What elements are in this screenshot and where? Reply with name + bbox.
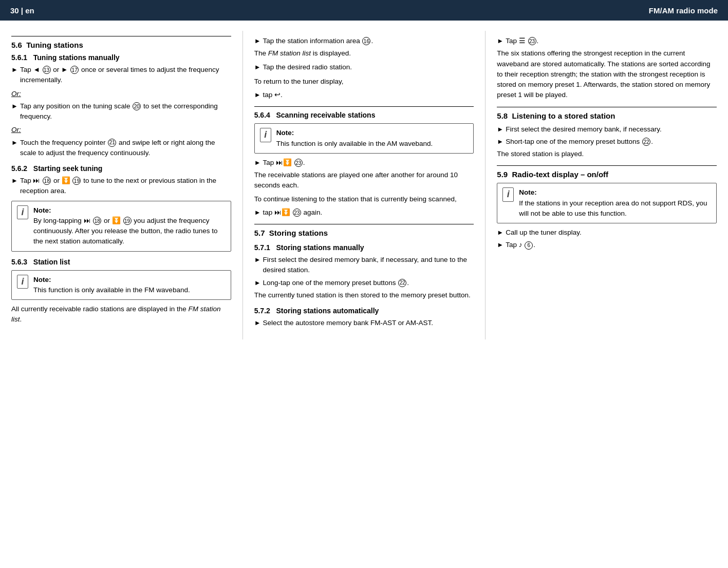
section-5-6-3: 5.6.3 Station list i Note: This function… — [11, 258, 231, 325]
bullet-text: Short-tap one of the memory preset butto… — [506, 137, 717, 147]
circle-17: 17 — [70, 66, 79, 74]
section-5-7-2-cont: ► Tap ☰ 23. The six stations offering th… — [497, 36, 717, 101]
list-item: ► Tap ⏭ 18 or ⏬ 19 to tune to the next o… — [11, 176, 231, 197]
bullet-text: Tap ⏭ 18 or ⏬ 19 to tune to the next or … — [20, 176, 231, 197]
bullet-arrow: ► — [254, 207, 261, 218]
bullet-text: Tap the desired radio station. — [263, 62, 474, 72]
bullet-text: Call up the tuner display. — [506, 228, 717, 238]
circle-23c: 23 — [528, 37, 536, 45]
header-page-number: 30 | en — [10, 6, 34, 15]
circle-19b: 19 — [123, 217, 132, 225]
stored-text: The currently tuned station is then stor… — [254, 290, 474, 300]
divider-5-6 — [11, 36, 231, 36]
list-item: ► Short-tap one of the memory preset but… — [497, 137, 717, 147]
note-icon: i — [17, 205, 28, 220]
note-label: Note: — [276, 128, 433, 138]
bullet-text: Tap ☰ 23. — [506, 36, 717, 46]
bullet-text: Touch the frequency pointer 21 and swipe… — [20, 138, 231, 159]
note-content: Note: By long-tapping ⏭ 18 or ⏬ 19 you a… — [33, 205, 226, 247]
note-icon: i — [502, 187, 514, 202]
column-3: ► Tap ☰ 23. The six stations offering th… — [486, 31, 728, 339]
bullet-arrow: ► — [11, 101, 18, 111]
list-item: ► First select the desired memory bank, … — [497, 124, 717, 135]
circle-18: 18 — [43, 177, 51, 185]
circle-18b: 18 — [93, 217, 101, 225]
bullet-text: Tap ◄ 13 or ► 17 once or several times t… — [20, 65, 231, 86]
bullet-arrow: ► — [254, 278, 261, 288]
list-item: ► First select the desired memory bank, … — [254, 255, 474, 276]
page-header: 30 | en FM/AM radio mode — [0, 0, 728, 21]
receivable-stations-text: The receivable stations are played one a… — [254, 170, 474, 191]
circle-19: 19 — [72, 177, 81, 185]
list-item: ► Select the autostore memory bank FM-AS… — [254, 318, 474, 328]
list-item: ► tap ↩. — [254, 90, 474, 100]
or-label-2: Or: — [11, 125, 231, 135]
continue-listening-text: To continue listening to the station tha… — [254, 194, 474, 204]
section-5-6-2: 5.6.2 Starting seek tuning ► Tap ⏭ 18 or… — [11, 164, 231, 252]
bullet-text: tap ⏭⏬ 23 again. — [263, 207, 474, 218]
bullet-arrow: ► — [254, 255, 261, 265]
bullet-arrow: ► — [11, 65, 18, 75]
bullet-arrow: ► — [497, 240, 503, 250]
list-item: ► Call up the tuner display. — [497, 228, 717, 238]
heading-5-7-2: 5.7.2 Storing stations automatically — [254, 307, 474, 315]
note-box-5-6-2: i Note: By long-tapping ⏭ 18 or ⏬ 19 you… — [11, 201, 231, 252]
heading-5-6-2: 5.6.2 Starting seek tuning — [11, 164, 231, 173]
divider-5-8 — [497, 107, 717, 107]
bullet-text: Tap ⏭⏬ 23. — [263, 158, 474, 168]
bullet-text: tap ↩. — [263, 90, 474, 100]
heading-5-6-3: 5.6.3 Station list — [11, 258, 231, 266]
note-icon: i — [17, 275, 28, 289]
bullet-text: Tap any position on the tuning scale 20 … — [20, 101, 231, 122]
section-5-7: 5.7 Storing stations — [254, 224, 474, 237]
heading-5-7: 5.7 Storing stations — [254, 229, 474, 237]
circle-23b: 23 — [293, 209, 301, 217]
section-5-9: 5.9 Radio-text display – on/off i Note: … — [497, 165, 717, 250]
list-item: ► Tap the desired radio station. — [254, 62, 474, 72]
note-label: Note: — [33, 275, 190, 285]
header-section-title: FM/AM radio mode — [649, 6, 718, 15]
bullet-arrow: ► — [497, 36, 503, 46]
circle-16: 16 — [362, 37, 370, 45]
bullet-arrow: ► — [497, 137, 503, 147]
heading-5-9: 5.9 Radio-text display – on/off — [497, 170, 717, 179]
bullet-text: Tap ♪ 6. — [506, 240, 717, 250]
heading-5-8: 5.8 Listening to a stored station — [497, 111, 717, 120]
divider-5-7 — [254, 224, 474, 224]
heading-5-7-1: 5.7.1 Storing stations manually — [254, 243, 474, 252]
circle-21: 21 — [108, 139, 116, 147]
bullet-arrow: ► — [497, 228, 503, 238]
stored-station-played-text: The stored station is played. — [497, 149, 717, 159]
bullet-text: First select the desired memory bank, if… — [263, 255, 474, 276]
bullet-arrow: ► — [254, 36, 261, 46]
or-label-1: Or: — [11, 89, 231, 99]
column-2: ► Tap the station information area 16. T… — [243, 31, 486, 339]
section-5-7-2: 5.7.2 Storing stations automatically ► S… — [254, 307, 474, 328]
page-container: 30 | en FM/AM radio mode 5.6 Tuning stat… — [0, 0, 728, 350]
note-box-5-9: i Note: If the stations in your receptio… — [497, 183, 717, 223]
six-stations-text: The six stations offering the strongest … — [497, 48, 717, 100]
bullet-text: Long-tap one of the memory preset button… — [263, 278, 474, 288]
section-5-6-3-cont: ► Tap the station information area 16. T… — [254, 36, 474, 100]
section-5-6-4: 5.6.4 Scanning receivable stations i Not… — [254, 106, 474, 218]
bullet-arrow: ► — [11, 138, 18, 148]
list-item: ► Touch the frequency pointer 21 and swi… — [11, 138, 231, 159]
heading-5-6-1: 5.6.1 Tuning stations manually — [11, 53, 231, 62]
heading-5-6-4: 5.6.4 Scanning receivable stations — [254, 111, 474, 119]
circle-22a: 22 — [398, 279, 406, 287]
divider-5-6-4 — [254, 106, 474, 107]
circle-13: 13 — [43, 66, 51, 74]
circle-20: 20 — [133, 102, 141, 110]
fm-station-list-displayed: The FM station list is displayed. — [254, 48, 474, 59]
section-5-6-1: 5.6.1 Tuning stations manually ► Tap ◄ 1… — [11, 53, 231, 158]
list-item: ► Tap ⏭⏬ 23. — [254, 158, 474, 168]
note-content: Note: This function is only available in… — [33, 275, 190, 296]
note-content: Note: This function is only available in… — [276, 128, 433, 149]
section-5-7-1: 5.7.1 Storing stations manually ► First … — [254, 243, 474, 300]
bullet-arrow: ► — [254, 62, 261, 72]
list-item: ► Tap ☰ 23. — [497, 36, 717, 46]
bullet-arrow: ► — [254, 158, 261, 168]
heading-5-6: 5.6 Tuning stations — [11, 41, 231, 49]
list-item: ► tap ⏭⏬ 23 again. — [254, 207, 474, 218]
note-label: Note: — [519, 187, 711, 198]
